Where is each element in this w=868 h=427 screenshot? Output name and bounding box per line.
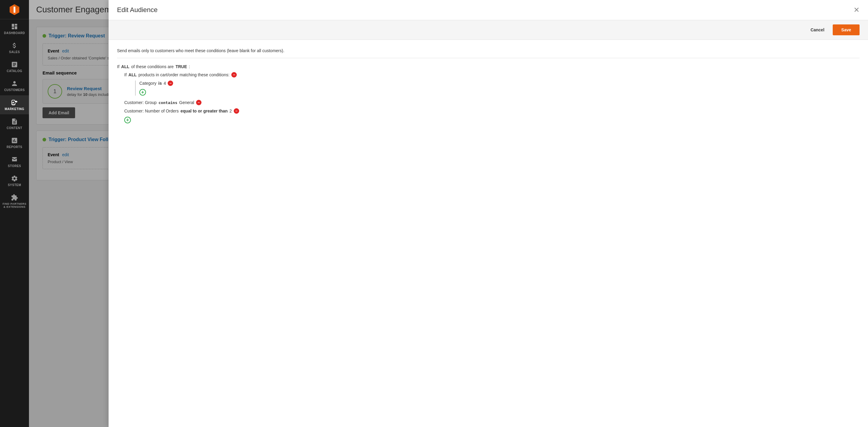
sidebar-item-label: SALES: [9, 50, 20, 54]
add-condition-line: +: [124, 117, 860, 123]
sidebar: DASHBOARD SALES CATALOG CUSTOMERS MARKET…: [0, 0, 29, 427]
sidebar-item-label: DASHBOARD: [4, 31, 25, 35]
panel-body: Send emails only to customers who meet t…: [108, 40, 868, 427]
catalog-icon: [11, 61, 18, 68]
sidebar-item-label: FIND PARTNERS & EXTENSIONS: [1, 202, 28, 208]
sidebar-item-marketing[interactable]: MARKETING: [0, 95, 29, 114]
marketing-icon: [11, 99, 18, 106]
sales-icon: [11, 42, 18, 49]
category-label: Category: [140, 81, 157, 86]
category-operator: is: [158, 81, 162, 86]
remove-category-button[interactable]: −: [168, 81, 173, 86]
sidebar-item-customers[interactable]: CUSTOMERS: [0, 76, 29, 95]
sidebar-item-dashboard[interactable]: DASHBOARD: [0, 19, 29, 38]
sidebar-item-label: CATALOG: [7, 69, 22, 73]
add-condition-button[interactable]: +: [124, 117, 131, 123]
remove-customer-group-button[interactable]: −: [196, 100, 202, 105]
sidebar-item-reports[interactable]: REPORTS: [0, 133, 29, 152]
cancel-button[interactable]: Cancel: [806, 25, 829, 35]
sidebar-item-label: CUSTOMERS: [4, 88, 25, 92]
svg-rect-2: [13, 7, 16, 13]
magento-logo-icon: [8, 4, 21, 16]
system-icon: [11, 175, 18, 182]
category-value: 4: [164, 81, 166, 86]
orders-label: Customer: Number of Orders: [124, 109, 179, 113]
customer-group-label: Customer: Group: [124, 100, 157, 105]
sidebar-item-catalog[interactable]: CATALOG: [0, 57, 29, 76]
customers-icon: [11, 80, 18, 87]
sidebar-item-label: SYSTEM: [8, 183, 21, 187]
sidebar-logo: [0, 0, 29, 19]
add-product-condition-line: +: [140, 89, 860, 96]
sidebar-item-label: STORES: [8, 164, 21, 167]
add-product-condition-button[interactable]: +: [140, 89, 146, 96]
orders-condition-line: Customer: Number of Orders equal to or g…: [124, 108, 860, 114]
category-condition-group: Category is 4 − +: [135, 81, 860, 96]
dashboard-icon: [11, 23, 18, 30]
panel-close-button[interactable]: ✕: [854, 6, 860, 13]
send-description: Send emails only to customers who meet t…: [117, 48, 860, 58]
edit-audience-panel: Edit Audience ✕ Cancel Save Send emails …: [108, 0, 868, 427]
sidebar-item-sales[interactable]: SALES: [0, 38, 29, 57]
products-condition-line: If ALL products in cart/order matching t…: [124, 72, 860, 78]
sidebar-item-partners[interactable]: FIND PARTNERS & EXTENSIONS: [0, 190, 29, 212]
condition-root-line: If ALL of these conditions are TRUE :: [117, 64, 860, 69]
panel-header: Edit Audience ✕: [108, 0, 868, 20]
products-all-keyword: ALL: [128, 72, 136, 77]
products-if-label: If: [124, 72, 127, 77]
sidebar-item-content[interactable]: CONTENT: [0, 114, 29, 133]
category-condition-line: Category is 4 −: [140, 81, 860, 86]
panel-toolbar: Cancel Save: [108, 20, 868, 40]
condition-block: If ALL of these conditions are TRUE : If…: [117, 64, 860, 123]
customer-group-value: General: [179, 100, 194, 105]
remove-orders-button[interactable]: −: [234, 108, 239, 114]
sidebar-item-label: MARKETING: [4, 108, 24, 111]
content-icon: [11, 118, 18, 125]
remove-products-condition-button[interactable]: −: [231, 72, 237, 78]
panel-title: Edit Audience: [117, 6, 158, 14]
all-keyword: ALL: [121, 64, 129, 69]
partners-icon: [11, 194, 18, 201]
of-these-text: of these conditions are: [131, 64, 174, 69]
customer-group-operator: contains: [158, 100, 177, 105]
nested-conditions: If ALL products in cart/order matching t…: [117, 72, 860, 123]
true-keyword: TRUE: [176, 64, 187, 69]
if-label: If: [117, 64, 119, 69]
sidebar-item-label: REPORTS: [7, 145, 22, 149]
colon: :: [189, 64, 190, 69]
stores-icon: [11, 156, 18, 163]
save-button[interactable]: Save: [833, 24, 860, 35]
products-text: products in cart/order matching these co…: [138, 72, 229, 77]
reports-icon: [11, 137, 18, 144]
sidebar-item-stores[interactable]: STORES: [0, 152, 29, 171]
orders-value: 2: [229, 109, 232, 113]
customer-group-line: Customer: Group contains General −: [124, 100, 860, 105]
sidebar-item-label: CONTENT: [7, 126, 22, 130]
orders-operator: equal to or greater than: [181, 109, 228, 113]
sidebar-item-system[interactable]: SYSTEM: [0, 171, 29, 190]
